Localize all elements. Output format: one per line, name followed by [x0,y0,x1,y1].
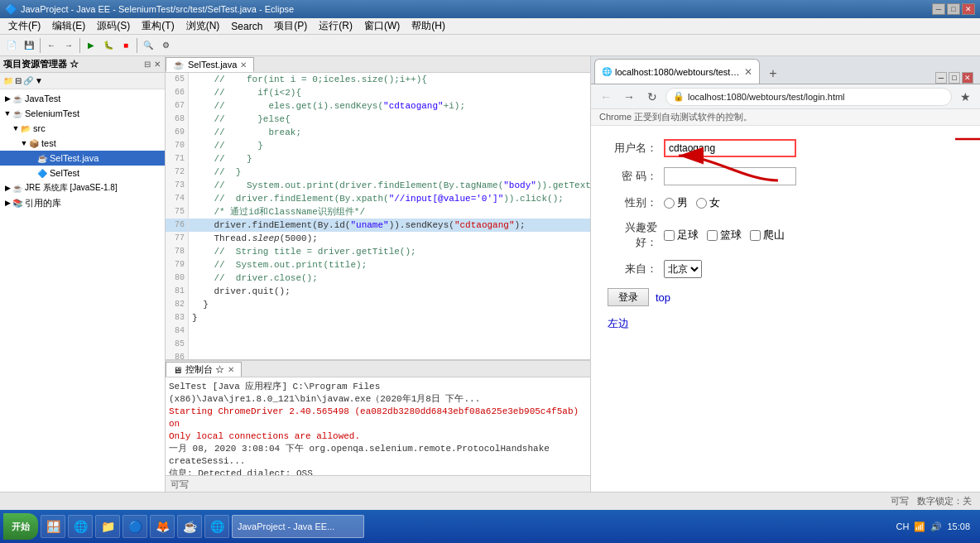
password-input[interactable] [664,167,796,185]
toolbar-save[interactable]: 💾 [21,37,37,54]
tree-javatest[interactable]: ▶ ☕ JavaTest [0,91,165,106]
console-icon: 🖥 [173,365,182,375]
browser-maximize[interactable]: □ [949,72,960,84]
menu-source[interactable]: 源码(S) [92,17,135,35]
menu-run[interactable]: 运行(R) [314,17,358,35]
gender-male[interactable]: 男 [664,195,688,210]
address-bar[interactable]: 🔒 localhost:1080/webtours/test/login.htm… [665,88,952,106]
menu-file[interactable]: 文件(F) [3,17,46,35]
tree-seltest-java[interactable]: ☕ SelTest.java [0,151,165,166]
tree-test-package[interactable]: ▼ 📦 test [0,136,165,151]
hobby-soccer-checkbox[interactable] [664,230,675,241]
console-tab-bar: 🖥 控制台 ☆ ✕ [166,361,590,377]
hobby-climbing[interactable]: 爬山 [750,228,785,243]
code-line-73: 73 // System.out.print(driver.findElemen… [166,179,590,192]
editor-tab-seltest[interactable]: ☕ SelTest.java ✕ [166,57,254,72]
tree-label: src [33,123,46,133]
hobby-basketball-checkbox[interactable] [707,230,718,241]
view-menu-icon[interactable]: ▼ [35,76,43,85]
tree-seltest-class[interactable]: 🔷 SelTest [0,166,165,180]
close-panel-button[interactable]: ✕ [153,59,161,70]
code-line-76: 76 driver.findElement(By.id("uname")).se… [166,219,590,232]
editor-content[interactable]: 65 // for(int i = 0;iceles.size();i++){ … [166,73,590,359]
toolbar-forward[interactable]: → [60,37,77,54]
toolbar-back[interactable]: ← [43,37,60,54]
console-output: SelTest [Java 应用程序] C:\Program Files (x8… [166,377,590,475]
toolbar-new[interactable]: 📄 [3,37,20,54]
tree-label: SelTest [50,168,79,178]
maximize-button[interactable]: □ [947,3,960,15]
console-tab[interactable]: 🖥 控制台 ☆ ✕ [166,362,242,377]
java-icon: ☕ [183,520,197,533]
taskbar-active-item[interactable]: JavaProject - Java EE... [232,515,364,538]
tree-seleniumtest[interactable]: ▼ ☕ SeleniumTest [0,106,165,121]
toolbar-run[interactable]: ▶ [83,37,99,54]
gender-female[interactable]: 女 [696,195,720,210]
clock-time: 15:08 [947,521,970,531]
browser-tab-close-button[interactable]: ✕ [744,66,752,78]
toolbar-separator-3 [137,38,137,53]
menu-refactor[interactable]: 重构(T) [137,17,179,35]
browser-minimize[interactable]: ─ [935,72,947,84]
explorer-controls: ⊟ ✕ [143,59,161,70]
bookmark-button[interactable]: ★ [955,87,975,107]
taskbar-icon-3[interactable]: 📁 [95,515,120,538]
hobby-basketball[interactable]: 篮球 [707,228,742,243]
reload-button[interactable]: ↻ [642,87,662,107]
gender-male-radio[interactable] [664,198,675,209]
browser-tab-favicon: 🌐 [602,67,612,76]
minimize-button[interactable]: ─ [932,3,945,15]
hobby-climbing-checkbox[interactable] [750,230,761,241]
taskbar-icon-5[interactable]: 🦊 [150,515,175,538]
collapse-button[interactable]: ⊟ [143,59,151,70]
tab-close-button[interactable]: ✕ [240,60,247,70]
menu-window[interactable]: 窗口(W) [359,17,405,35]
back-button[interactable]: ← [596,87,616,107]
code-line-84: 84 [166,324,590,338]
menu-search[interactable]: Search [226,19,267,34]
collapse-all-icon[interactable]: ⊟ [15,76,22,85]
close-button[interactable]: ✕ [962,3,975,15]
menu-bar: 文件(F) 编辑(E) 源码(S) 重构(T) 浏览(N) Search 项目(… [0,18,980,35]
code-line-72: 72 // } [166,166,590,179]
toolbar-debug[interactable]: 🐛 [100,37,117,54]
taskbar-icon-4[interactable]: 🔵 [122,515,147,538]
toolbar-stop[interactable]: ■ [118,37,134,54]
hobby-soccer[interactable]: 足球 [664,228,699,243]
browser-close[interactable]: ✕ [962,72,973,84]
link-with-editor-icon[interactable]: 🔗 [23,76,33,85]
code-line-65: 65 // for(int i = 0;iceles.size();i++){ [166,73,590,86]
console-status-text: 可写 [171,478,189,491]
tree-libs[interactable]: ▶ 📚 引用的库 [0,195,165,210]
menu-help[interactable]: 帮助(H) [406,17,450,35]
menu-project[interactable]: 项目(P) [269,17,312,35]
new-java-project-icon[interactable]: 📁 [3,76,13,85]
toolbar-search[interactable]: 🔍 [140,37,156,54]
origin-select[interactable]: 北京 上海 广州 [664,260,702,278]
tray-network: 📶 [914,521,925,532]
taskbar-icon-6[interactable]: ☕ [177,515,202,538]
forward-button[interactable]: → [619,87,639,107]
hobby-soccer-label: 足球 [677,228,699,243]
window-controls[interactable]: ─ □ ✕ [932,3,975,15]
taskbar-icon-2[interactable]: 🌐 [68,515,93,538]
tree-jre[interactable]: ▶ ☕ JRE 系统库 [JavaSE-1.8] [0,180,165,195]
login-button[interactable]: 登录 [608,288,649,306]
menu-edit[interactable]: 编辑(E) [47,17,90,35]
left-link[interactable]: 左边 [608,317,629,329]
browser-active-tab[interactable]: 🌐 localhost:1080/webtours/test/l... ✕ [594,59,760,84]
top-link[interactable]: top [656,291,670,304]
tree-src[interactable]: ▼ 📂 src [0,121,165,136]
taskbar-icon-7[interactable]: 🌐 [204,515,229,538]
gender-female-radio[interactable] [696,198,707,209]
console-tab-close[interactable]: ✕ [228,365,234,374]
username-input[interactable] [664,139,796,157]
password-row: 密 码： [608,167,963,185]
editor-tab-bar: ☕ SelTest.java ✕ [166,56,590,73]
new-tab-button[interactable]: + [763,64,783,84]
gender-radio-group: 男 女 [664,195,720,210]
toolbar-more[interactable]: ⚙ [157,37,174,54]
menu-navigate[interactable]: 浏览(N) [181,17,225,35]
start-button[interactable]: 开始 [3,513,38,540]
taskbar-icon-1[interactable]: 🪟 [41,515,65,538]
